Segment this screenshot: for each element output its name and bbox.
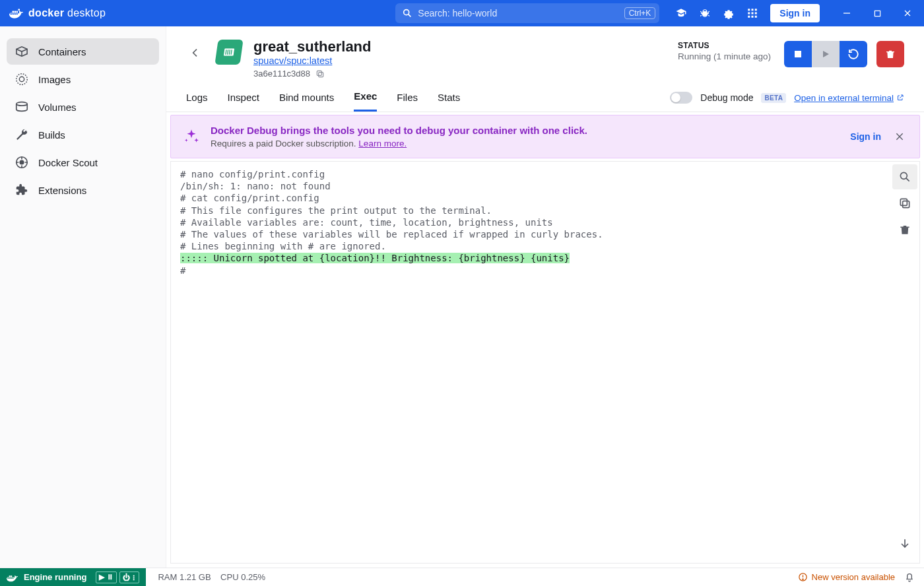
- bug-icon[interactable]: [699, 7, 711, 19]
- banner-signin[interactable]: Sign in: [850, 131, 881, 142]
- sidebar-item-volumes[interactable]: Volumes: [7, 94, 159, 120]
- apps-grid-icon[interactable]: [746, 7, 758, 19]
- sidebar-item-scout[interactable]: Docker Scout: [7, 149, 159, 176]
- status-label: STATUS: [678, 41, 771, 50]
- terminal-actions: [890, 162, 919, 563]
- debug-label: Debug mode: [700, 92, 753, 103]
- sidebar-item-containers[interactable]: Containers: [7, 38, 159, 65]
- images-icon: [15, 72, 29, 86]
- engine-power[interactable]: ⏻ ⋮: [119, 571, 139, 583]
- search-shortcut: Ctrl+K: [624, 7, 656, 19]
- container-tile-icon: [214, 40, 243, 65]
- svg-rect-9: [748, 16, 750, 18]
- builds-icon: [15, 127, 29, 142]
- svg-rect-21: [224, 49, 234, 56]
- titlebar-signin-button[interactable]: Sign in: [770, 4, 820, 22]
- window-maximize[interactable]: [862, 0, 892, 26]
- banner-close-icon[interactable]: [892, 129, 908, 145]
- sidebar-label: Builds: [38, 129, 65, 141]
- exec-terminal-wrap: # nano config/print.config /bin/sh: 1: n…: [170, 161, 920, 564]
- containers-icon: [15, 44, 29, 59]
- container-tabs: Logs Inspect Bind mounts Exec Files Stat…: [166, 79, 924, 112]
- window-close[interactable]: [892, 0, 923, 26]
- start-button: [812, 41, 840, 67]
- container-hash: 3a6e111c3d88: [253, 69, 310, 79]
- sidebar-label: Extensions: [38, 185, 86, 196]
- terminal-copy-icon[interactable]: [892, 191, 917, 216]
- engine-label: Engine running: [24, 572, 86, 582]
- sidebar-item-extensions[interactable]: Extensions: [7, 177, 159, 203]
- svg-point-32: [900, 172, 907, 179]
- statusbar: Engine running ▶ ⏸ ⏻ ⋮ RAM 1.21 GB CPU 0…: [0, 568, 924, 586]
- container-image-link[interactable]: spuacv/spuc:latest: [253, 55, 332, 66]
- svg-line-1: [409, 15, 411, 17]
- debug-toggle[interactable]: [670, 92, 692, 104]
- banner-learn-more[interactable]: Learn more.: [358, 139, 407, 148]
- terminal-search-icon[interactable]: [892, 164, 917, 189]
- container-name: great_sutherland: [253, 38, 372, 55]
- svg-point-20: [20, 160, 24, 164]
- whale-icon: [9, 7, 24, 19]
- search-placeholder: Search: hello-world: [418, 8, 618, 18]
- svg-rect-28: [795, 51, 801, 57]
- sidebar-item-images[interactable]: Images: [7, 66, 159, 92]
- tab-logs[interactable]: Logs: [186, 92, 208, 111]
- tab-files[interactable]: Files: [397, 92, 418, 111]
- container-action-group: [784, 41, 867, 67]
- restart-button[interactable]: [840, 41, 867, 67]
- cpu-usage: CPU 0.25%: [220, 572, 265, 582]
- svg-rect-3: [748, 9, 750, 11]
- svg-rect-4: [752, 9, 754, 11]
- volumes-icon: [15, 100, 29, 114]
- svg-marker-29: [823, 51, 829, 57]
- copy-hash-icon[interactable]: [315, 69, 325, 79]
- back-button[interactable]: [186, 44, 205, 62]
- svg-rect-5: [755, 9, 757, 11]
- tab-bindmounts[interactable]: Bind mounts: [279, 92, 334, 111]
- scroll-bottom-icon[interactable]: [892, 531, 917, 556]
- app-logo: docker desktop: [9, 7, 106, 19]
- tab-stats[interactable]: Stats: [438, 92, 460, 111]
- svg-rect-10: [752, 16, 754, 18]
- stop-button[interactable]: [784, 41, 812, 67]
- status-value: Running (1 minute ago): [678, 51, 771, 61]
- sidebar-item-builds[interactable]: Builds: [7, 121, 159, 148]
- sidebar-label: Containers: [38, 46, 86, 57]
- svg-point-39: [802, 579, 803, 579]
- titlebar-actions: Sign in: [665, 4, 826, 22]
- tab-exec[interactable]: Exec: [354, 90, 377, 112]
- engine-status[interactable]: Engine running ▶ ⏸ ⏻ ⋮: [0, 568, 146, 586]
- exec-terminal[interactable]: # nano config/print.config /bin/sh: 1: n…: [171, 162, 890, 563]
- svg-rect-26: [319, 72, 323, 77]
- svg-rect-27: [317, 71, 321, 75]
- gear-icon[interactable]: [723, 7, 735, 19]
- extensions-icon: [15, 183, 29, 197]
- sidebar-label: Images: [38, 74, 71, 85]
- sidebar: Containers Images Volumes Builds Docker …: [0, 26, 166, 568]
- svg-point-17: [19, 77, 24, 81]
- banner-title: Docker Debug brings the tools you need t…: [211, 125, 587, 136]
- window-minimize[interactable]: [832, 0, 862, 26]
- delete-button[interactable]: [876, 41, 904, 67]
- debug-banner: Docker Debug brings the tools you need t…: [170, 115, 920, 158]
- bell-icon[interactable]: [904, 572, 915, 583]
- engine-play-pause[interactable]: ▶ ⏸: [96, 571, 117, 583]
- svg-point-2: [703, 11, 708, 16]
- terminal-clear-icon[interactable]: [892, 217, 917, 242]
- learn-icon[interactable]: [675, 7, 687, 19]
- main-content: great_sutherland spuacv/spuc:latest 3a6e…: [166, 26, 924, 568]
- svg-rect-7: [752, 13, 754, 15]
- container-header: great_sutherland spuacv/spuc:latest 3a6e…: [166, 26, 924, 79]
- svg-rect-35: [900, 199, 907, 205]
- svg-rect-13: [874, 11, 880, 16]
- sidebar-label: Docker Scout: [38, 157, 98, 168]
- open-external-terminal[interactable]: Open in external terminal: [794, 93, 904, 103]
- global-search[interactable]: Search: hello-world Ctrl+K: [395, 3, 659, 23]
- svg-rect-11: [755, 16, 757, 18]
- whale-small-icon: [7, 573, 18, 582]
- update-notice[interactable]: New version available: [798, 572, 895, 582]
- svg-point-18: [16, 102, 28, 106]
- svg-point-16: [16, 74, 28, 85]
- tab-inspect[interactable]: Inspect: [228, 92, 259, 111]
- titlebar: docker desktop Search: hello-world Ctrl+…: [0, 0, 924, 26]
